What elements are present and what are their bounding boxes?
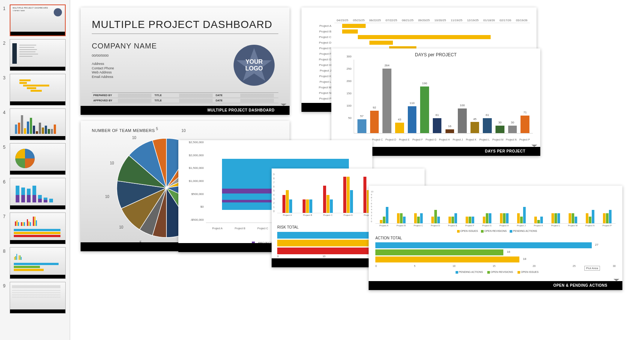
xaxis-label: Project A xyxy=(206,227,229,230)
svg-rect-35 xyxy=(38,195,42,199)
svg-rect-38 xyxy=(44,200,47,202)
slide-number: 1 xyxy=(3,4,10,11)
slide-thumbnail-7[interactable] xyxy=(10,212,66,244)
xaxis-label: Project F xyxy=(411,137,424,141)
xaxis-label: Project G xyxy=(478,224,495,227)
gantt-row-label: Project E xyxy=(308,47,334,50)
slide-thumbnail-5[interactable] xyxy=(10,143,66,175)
action-bar xyxy=(431,217,434,223)
slide-thumbnail-6[interactable] xyxy=(10,178,66,210)
slide-thumbnail-4[interactable] xyxy=(10,108,66,140)
gantt-date: 09/20/25 xyxy=(416,19,432,22)
slide-number: 4 xyxy=(3,108,10,115)
svg-rect-42 xyxy=(18,222,19,226)
risk-bar xyxy=(330,199,333,213)
bar-value-label: 100 xyxy=(456,104,469,107)
xaxis-label: Project B xyxy=(393,224,410,227)
action-bar xyxy=(557,213,560,223)
xaxis-label: Project C xyxy=(410,224,427,227)
action-bar xyxy=(469,217,471,223)
xaxis-label: Project H xyxy=(495,224,513,227)
bar-value-label: 61 xyxy=(481,113,494,117)
action-bar xyxy=(451,217,454,223)
svg-rect-56 xyxy=(15,256,16,260)
svg-rect-64 xyxy=(12,285,60,288)
action-bar xyxy=(483,217,485,223)
risk-bar xyxy=(289,199,292,213)
svg-rect-52 xyxy=(14,229,60,231)
gantt-row-label: Project N xyxy=(308,91,334,95)
gantt-row-label: Project A xyxy=(308,24,334,28)
logo-text-1: YOUR xyxy=(246,59,263,65)
action-bar xyxy=(420,213,423,223)
gantt-date: 08/21/25 xyxy=(400,19,416,22)
svg-rect-63 xyxy=(14,269,44,271)
risk-bar xyxy=(309,199,312,213)
action-bar xyxy=(414,213,417,223)
bar-value-label: 110 xyxy=(406,101,419,105)
gantt-date: 10/20/25 xyxy=(432,19,448,22)
gantt-row-label: Project F xyxy=(308,52,334,56)
xaxis-label: Project P xyxy=(518,137,531,141)
bar-value-label: 61 xyxy=(431,113,444,117)
slide-actions[interactable]: 109876543210 Project AProject BProject C… xyxy=(369,186,622,290)
xaxis-label: Project D xyxy=(427,224,444,227)
gantt-date: 07/22/25 xyxy=(383,19,400,22)
slide-thumbnail-1[interactable]: MULTIPLE PROJECT DASHBOARDCOMPANY NAME xyxy=(10,4,66,36)
pie-value-label: 5 xyxy=(156,127,158,131)
risk-bar xyxy=(350,190,353,213)
action-bar xyxy=(500,213,503,223)
action-bar xyxy=(403,217,406,223)
slide-title[interactable]: MULTIPLE PROJECT DASHBOARD COMPANY NAME … xyxy=(81,7,290,115)
bar-value-label: 45 xyxy=(469,117,481,121)
svg-rect-8 xyxy=(19,82,27,84)
svg-rect-55 xyxy=(14,257,15,260)
title-label: TITLE xyxy=(153,94,179,97)
action-bar xyxy=(383,217,385,223)
slide-thumbnail-8[interactable] xyxy=(10,247,66,279)
logo-text-2: LOGO xyxy=(245,65,263,72)
bar xyxy=(446,129,454,133)
xaxis-label: Project J xyxy=(451,137,465,141)
svg-rect-36 xyxy=(38,199,42,202)
date-label: DATE xyxy=(214,94,240,97)
legend-pending: PENDING ACTIONS xyxy=(513,230,537,232)
svg-rect-41 xyxy=(16,220,18,226)
slide-footer: MULTIPLE PROJECT DASHBOARD xyxy=(81,106,290,115)
xaxis-label: Project B xyxy=(229,227,251,230)
info-table: PREPARED BYTITLEDATE APPROVED BYTITLEDAT… xyxy=(92,92,278,103)
svg-rect-15 xyxy=(24,128,26,134)
slide-days-per-project[interactable]: DAYS per PROJECT 50100150200250300 57922… xyxy=(331,48,540,156)
svg-rect-9 xyxy=(23,85,49,86)
slide-thumbnail-2[interactable] xyxy=(10,39,66,71)
bar-value-label: 190 xyxy=(418,82,431,85)
gantt-bar xyxy=(369,41,393,45)
xaxis-label: Project L xyxy=(478,137,491,141)
risk-bar xyxy=(303,199,306,213)
action-bar xyxy=(486,213,488,223)
bar xyxy=(370,111,379,133)
bar xyxy=(433,118,442,133)
slide-thumbnail-3[interactable] xyxy=(10,74,66,106)
svg-rect-45 xyxy=(24,222,25,226)
action-bar xyxy=(575,217,577,223)
bar-value-label: 264 xyxy=(381,64,393,67)
bar-value-label: 92 xyxy=(368,106,381,109)
slide-thumbnail-9[interactable] xyxy=(10,282,66,314)
gantt-row-label: Project P xyxy=(308,97,334,100)
svg-rect-50 xyxy=(34,217,35,226)
bar xyxy=(420,86,429,133)
svg-rect-13 xyxy=(18,123,20,134)
action-bar xyxy=(554,213,557,223)
action-bar xyxy=(569,213,571,223)
action-bar xyxy=(506,213,509,223)
xaxis-label: Project C xyxy=(251,227,274,230)
leg-pa: PENDING ACTIONS xyxy=(459,271,483,273)
slide-sidebar: 1MULTIPLE PROJECT DASHBOARDCOMPANY NAME2… xyxy=(0,0,70,340)
gantt-row-label: Project H xyxy=(308,63,334,67)
svg-rect-14 xyxy=(21,115,23,134)
slide-number: 5 xyxy=(3,143,10,150)
bar xyxy=(458,108,467,133)
svg-rect-62 xyxy=(14,266,40,268)
risk-bar xyxy=(323,186,326,213)
